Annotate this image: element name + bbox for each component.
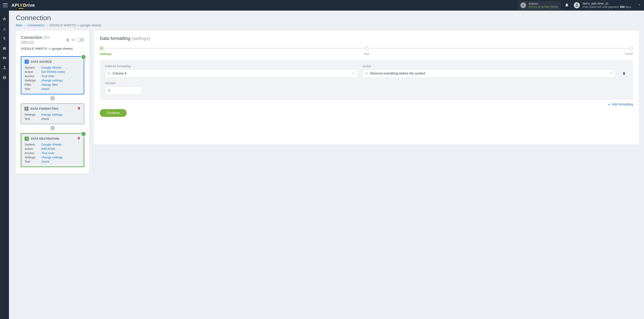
info-icon: i	[520, 2, 526, 8]
connection-subtitle: GOOGLE SHEETS -> (google sheets)	[21, 47, 84, 52]
user-menu[interactable]: demo_apix-drive_s2 Plan |Start| left unt…	[574, 2, 632, 9]
top-bar: APIXDrive i Actions: 25'161 of 50'000 (5…	[0, 0, 644, 10]
symbol-input[interactable]	[105, 86, 142, 94]
action-label: Action	[363, 64, 616, 68]
nav-home-icon[interactable]	[2, 17, 7, 21]
stepper-label: Settings	[100, 52, 112, 56]
user-lines: demo_apix-drive_s2 Plan |Start| left unt…	[583, 2, 632, 9]
stepper-item[interactable]: Test	[358, 46, 375, 59]
row-key: Access	[25, 74, 41, 78]
row-key: Settings	[25, 78, 41, 82]
add-formatting-link[interactable]: Add formatting	[607, 102, 633, 106]
stepper-item[interactable]: Finish	[617, 46, 633, 59]
row-key: Action	[25, 70, 41, 74]
notifications-icon[interactable]	[565, 3, 569, 8]
row-value[interactable]: Google Sheets	[41, 66, 80, 69]
row-value[interactable]: change settings	[41, 78, 80, 82]
row-value[interactable]: check	[41, 160, 80, 163]
row-value: check	[41, 117, 81, 120]
step-title: DATA FORMATTING	[30, 107, 58, 110]
nav-youtube-icon[interactable]	[2, 56, 7, 60]
step-number: 1	[25, 60, 29, 64]
step-data-destination[interactable]: 3 DATA DESTINATION SystemGoogle SheetsAc…	[21, 133, 84, 167]
row-value[interactable]: Get ROWS (new)	[41, 70, 80, 74]
breadcrumb: Main / Connections / GOOGLE SHEETS -> (g…	[16, 24, 639, 27]
destination-rows: SystemGoogle SheetsActionAdd ROWAccessTi…	[25, 143, 80, 163]
add-step-icon[interactable]: +	[50, 96, 55, 100]
enable-toggle[interactable]	[76, 38, 84, 42]
breadcrumb-current: GOOGLE SHEETS -> (google sheets)	[50, 24, 102, 27]
step-data-formatting[interactable]: 2 DATA FORMATTING Settingschange setting…	[21, 104, 84, 124]
row-value[interactable]: change settings	[41, 156, 80, 159]
row-key: Action	[25, 147, 41, 150]
action-select[interactable]: Remove everything before the symbol	[363, 70, 616, 78]
field-label: Field for formatting	[105, 64, 358, 68]
stepper-label: Test	[364, 52, 369, 56]
connection-heading: Connection (ID: 38910)	[21, 35, 64, 45]
stepper-dot-icon	[100, 46, 104, 50]
stepper-dot-icon	[365, 46, 368, 50]
panel-title: Data formatting (settings)	[100, 36, 633, 41]
step-title: DATA DESTINATION	[31, 137, 59, 140]
avatar-icon	[574, 2, 580, 8]
nav-help-icon[interactable]	[2, 75, 7, 80]
chevron-down-icon[interactable]	[632, 3, 641, 8]
step-data-source[interactable]: 1 DATA SOURCE SystemGoogle SheetsActionG…	[21, 56, 84, 94]
stepper-item[interactable]: Settings	[100, 46, 116, 59]
row-key: Test	[25, 160, 41, 163]
row-value[interactable]: Tina User	[41, 151, 80, 155]
check-icon	[81, 54, 86, 60]
stepper-label: Finish	[625, 52, 633, 56]
row-key: Access	[25, 151, 41, 155]
step-number: 2	[24, 107, 28, 111]
row-key: Settings	[25, 156, 41, 159]
row-key: Settings	[24, 113, 41, 116]
row-value[interactable]: Tina User	[41, 74, 80, 78]
logo-part-x: X	[19, 3, 23, 8]
source-rows: SystemGoogle SheetsActionGet ROWS (new)A…	[25, 66, 80, 90]
gear-icon[interactable]	[71, 38, 75, 42]
radio-icon	[108, 72, 110, 75]
row-value[interactable]: change settings	[41, 113, 81, 116]
delete-row-icon[interactable]	[620, 70, 628, 77]
symbol-label: Symbol	[105, 81, 142, 85]
row-key: Test	[25, 87, 41, 90]
doc-icon[interactable]	[66, 38, 70, 42]
breadcrumb-connections[interactable]: Connections	[28, 24, 44, 27]
row-key: System	[25, 66, 41, 69]
row-key: System	[25, 143, 41, 146]
stepper: SettingsTestFinish	[100, 46, 633, 59]
page-title: Connection	[16, 14, 639, 22]
add-step-icon[interactable]: +	[50, 126, 55, 130]
step-number: 3	[25, 136, 29, 141]
step-title: DATA SOURCE	[31, 60, 52, 63]
nav-account-icon[interactable]	[2, 66, 7, 70]
logo-part-api: API	[12, 3, 19, 8]
row-value[interactable]: Add ROW	[41, 147, 80, 150]
actions-text: Actions: 25'161 of 50'000 (50%)	[528, 2, 558, 8]
row-key: Filter	[25, 83, 41, 86]
chevron-down-icon	[352, 71, 355, 76]
row-value[interactable]: change filter	[41, 83, 80, 86]
nav-sitemap-icon[interactable]	[2, 26, 7, 31]
menu-toggle-icon[interactable]	[3, 4, 8, 7]
trash-icon[interactable]	[77, 107, 81, 111]
connection-sidebar: Connection (ID: 38910) GOOGLE SHEETS -> …	[16, 30, 89, 173]
row-value[interactable]: Google Sheets	[41, 143, 80, 146]
trash-icon[interactable]	[77, 136, 80, 141]
content: Connection Main / Connections / GOOGLE S…	[9, 10, 644, 319]
continue-button[interactable]: Continue	[100, 109, 127, 117]
field-select[interactable]: Column A	[105, 70, 358, 78]
main-panel: Data formatting (settings) SettingsTestF…	[94, 30, 639, 144]
breadcrumb-main[interactable]: Main	[16, 24, 22, 27]
nav-billing-icon[interactable]	[2, 36, 7, 41]
row-key: Test	[24, 117, 41, 120]
nav-briefcase-icon[interactable]	[2, 46, 7, 50]
check-icon	[81, 131, 86, 136]
side-nav	[0, 10, 9, 319]
row-value[interactable]: check	[41, 87, 80, 90]
formatting-rows: Settingschange settingsTestcheck	[24, 113, 81, 120]
logo[interactable]: APIXDrive	[12, 3, 35, 8]
settings-panel: Field for formatting Column A Action	[100, 60, 633, 100]
actions-counter[interactable]: i Actions: 25'161 of 50'000 (50%)	[518, 1, 561, 10]
